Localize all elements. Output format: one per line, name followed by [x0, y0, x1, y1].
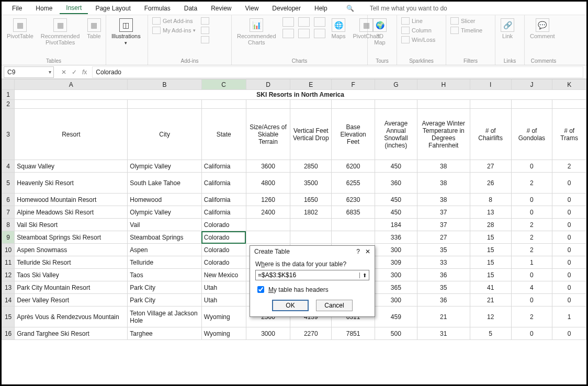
cell[interactable]: 3500 [290, 173, 332, 194]
cell[interactable]: Park City [128, 281, 201, 294]
cell[interactable]: Après Vous & Rendezvous Mountain [15, 306, 128, 327]
worksheet-grid[interactable]: ABCDEFGHIJK 1SKI Resorts in North Americ… [2, 79, 586, 384]
cell[interactable] [246, 219, 290, 231]
cell[interactable]: 4 [511, 281, 552, 294]
cell[interactable]: Vail [128, 219, 201, 231]
cell[interactable]: 35 [417, 281, 470, 294]
cell[interactable]: Homewood Mountain Resort [15, 194, 128, 206]
cell[interactable] [375, 100, 417, 109]
row-header-5[interactable]: 5 [2, 173, 15, 194]
illustrations-button[interactable]: ◫Illustrations▾ [110, 17, 142, 47]
cell[interactable]: 360 [375, 173, 417, 194]
col-header-I[interactable]: I [470, 80, 511, 90]
sparkline-column-button[interactable]: Column [401, 27, 435, 34]
select-all-corner[interactable] [2, 80, 15, 90]
cell[interactable]: 36 [417, 294, 470, 306]
cell[interactable]: Grand Targhee Ski Resort [15, 327, 128, 340]
cell[interactable]: Park City Mountain Resort [15, 281, 128, 294]
cell[interactable]: California [201, 173, 246, 194]
cell[interactable]: Colorado [201, 231, 246, 244]
cell[interactable]: 15 [470, 244, 511, 256]
col-header-B[interactable]: B [128, 80, 201, 90]
cell[interactable]: 0 [552, 281, 586, 294]
cell[interactable]: California [201, 194, 246, 206]
cell[interactable]: 3000 [246, 327, 290, 340]
row-header-3[interactable]: 3 [2, 109, 15, 160]
addin-visio-icon[interactable] [201, 36, 209, 43]
cell[interactable]: 8 [470, 194, 511, 206]
cell[interactable]: 184 [375, 219, 417, 231]
cell[interactable]: 13 [470, 206, 511, 219]
cell[interactable] [290, 100, 332, 109]
cell[interactable]: City [128, 109, 201, 160]
cell[interactable] [332, 219, 375, 231]
cell[interactable]: 28 [470, 219, 511, 231]
cell[interactable]: Colorado [201, 244, 246, 256]
addin-people-icon[interactable] [201, 27, 209, 34]
cell[interactable]: 450 [375, 160, 417, 173]
cell[interactable]: 2 [511, 244, 552, 256]
cell[interactable] [201, 100, 246, 109]
menu-help[interactable]: Help [308, 3, 334, 14]
cell[interactable] [332, 100, 375, 109]
cell[interactable]: Aspen Snowmass [15, 244, 128, 256]
cancel-button[interactable]: Cancel [316, 300, 353, 311]
cell[interactable] [246, 231, 290, 244]
cell[interactable] [332, 231, 375, 244]
cell[interactable]: Targhee [128, 327, 201, 340]
cell[interactable]: 500 [375, 327, 417, 340]
enter-formula-icon[interactable]: ✓ [72, 69, 77, 76]
col-header-A[interactable]: A [15, 80, 128, 90]
slicer-button[interactable]: Slicer [450, 17, 482, 25]
cell[interactable]: Wyoming [201, 327, 246, 340]
cell[interactable]: 1650 [290, 194, 332, 206]
cell[interactable]: California [201, 206, 246, 219]
cell[interactable]: 35 [417, 244, 470, 256]
cell[interactable]: 7851 [332, 327, 375, 340]
sparkline-winloss-button[interactable]: Win/Loss [401, 36, 435, 43]
cell[interactable]: Average Annual Snowfall (inches) [375, 109, 417, 160]
cell[interactable]: State [201, 109, 246, 160]
cell[interactable]: 300 [375, 269, 417, 281]
cell[interactable]: 37 [417, 206, 470, 219]
cell[interactable]: 2270 [290, 327, 332, 340]
cell[interactable]: 15 [470, 269, 511, 281]
cell[interactable]: Taos [128, 269, 201, 281]
cell[interactable]: Average Winter Temperature in Degrees Fa… [417, 109, 470, 160]
col-header-D[interactable]: D [246, 80, 290, 90]
cell[interactable] [417, 100, 470, 109]
chart-combo-icon[interactable] [314, 29, 325, 38]
fx-icon[interactable]: fx [82, 69, 87, 76]
cell[interactable]: 38 [417, 194, 470, 206]
col-header-H[interactable]: H [417, 80, 470, 90]
get-addins-button[interactable]: Get Add-ins [152, 17, 196, 25]
cell[interactable]: 309 [375, 256, 417, 269]
addin-bing-icon[interactable] [201, 17, 209, 25]
range-picker-icon[interactable]: ⬆ [359, 273, 369, 278]
comment-button[interactable]: 💬Comment [529, 17, 556, 40]
recommended-pivot-button[interactable]: ▦Recommended PivotTables [40, 17, 81, 47]
cell[interactable]: 6255 [332, 173, 375, 194]
cell[interactable]: Vail Ski Resort [15, 219, 128, 231]
cell[interactable]: Wyoming [201, 306, 246, 327]
cell[interactable]: 0 [552, 219, 586, 231]
cell[interactable]: 1 [552, 306, 586, 327]
cell[interactable]: 2850 [290, 160, 332, 173]
col-header-F[interactable]: F [332, 80, 375, 90]
tell-me[interactable]: 🔍 Tell me what you want to do [340, 3, 454, 14]
3dmap-button[interactable]: 🌍3D Map [372, 17, 388, 47]
timeline-button[interactable]: Timeline [450, 27, 482, 34]
cell[interactable]: 336 [375, 231, 417, 244]
cell[interactable]: 5 [470, 327, 511, 340]
cell[interactable]: 450 [375, 206, 417, 219]
cell[interactable]: 365 [375, 281, 417, 294]
row-header-1[interactable]: 1 [2, 90, 15, 100]
cell[interactable]: 0 [552, 173, 586, 194]
cell[interactable]: 6230 [332, 194, 375, 206]
cell[interactable]: 2 [552, 160, 586, 173]
cell[interactable]: 459 [375, 306, 417, 327]
cell[interactable]: 15 [470, 231, 511, 244]
name-box[interactable]: C9 [4, 66, 54, 78]
row-header-11[interactable]: 11 [2, 256, 15, 269]
cell[interactable]: Heavenly Ski Resort [15, 173, 128, 194]
